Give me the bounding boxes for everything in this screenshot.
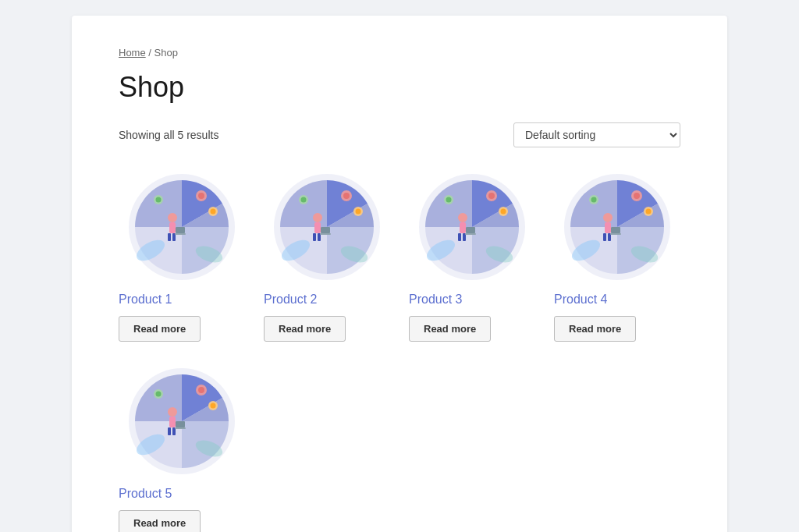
svg-point-63 [168, 407, 177, 417]
breadcrumb-separator: / [148, 47, 154, 59]
svg-rect-35 [458, 233, 461, 241]
products-grid-row1: Product 1 Read more Product 2 Read [119, 172, 680, 342]
product-card-2: Product 2 Read more [264, 172, 390, 342]
svg-point-59 [591, 197, 597, 203]
product-card-3: Product 3 Read more [409, 172, 535, 342]
read-more-button-2[interactable]: Read more [264, 316, 346, 342]
read-more-button-1[interactable]: Read more [119, 316, 201, 342]
svg-rect-19 [314, 222, 321, 233]
svg-point-70 [198, 387, 204, 393]
breadcrumb-home[interactable]: Home [119, 47, 146, 59]
product-image-wrap-1 [119, 172, 245, 282]
svg-point-48 [603, 213, 613, 222]
read-more-button-5[interactable]: Read more [119, 510, 201, 532]
svg-rect-49 [605, 222, 611, 233]
product-card-1: Product 1 Read more [119, 172, 245, 342]
product-card-4: Product 4 Read more [554, 172, 680, 342]
svg-point-25 [343, 193, 350, 199]
shop-toolbar: Showing all 5 results Default sortingSor… [119, 122, 680, 147]
products-grid-row2: Product 5 Read more [119, 367, 680, 532]
product-name-5[interactable]: Product 5 [119, 487, 172, 501]
svg-point-29 [301, 197, 307, 203]
svg-rect-67 [176, 421, 185, 427]
svg-rect-34 [460, 222, 466, 233]
svg-point-72 [211, 403, 216, 409]
product-image-wrap-4 [554, 172, 680, 282]
svg-point-12 [211, 209, 216, 215]
svg-point-55 [634, 193, 640, 199]
product-name-1[interactable]: Product 1 [119, 293, 172, 307]
svg-rect-5 [168, 233, 171, 241]
svg-rect-20 [313, 233, 316, 241]
product-name-3[interactable]: Product 3 [409, 293, 462, 307]
svg-rect-4 [169, 222, 176, 233]
svg-rect-38 [465, 233, 476, 235]
svg-point-42 [501, 209, 506, 215]
product-image-wrap-5 [119, 367, 245, 476]
read-more-button-4[interactable]: Read more [554, 316, 636, 342]
product-image-wrap-2 [264, 172, 390, 282]
svg-point-33 [458, 213, 467, 222]
breadcrumb-current: Shop [154, 47, 178, 59]
product-name-4[interactable]: Product 4 [554, 293, 607, 307]
svg-point-10 [198, 193, 204, 199]
read-more-button-3[interactable]: Read more [409, 316, 491, 342]
svg-rect-37 [466, 227, 475, 233]
svg-rect-22 [321, 227, 330, 233]
svg-rect-23 [320, 233, 331, 235]
svg-point-3 [168, 213, 177, 222]
svg-point-27 [356, 209, 361, 215]
svg-rect-53 [610, 233, 621, 235]
product-name-2[interactable]: Product 2 [264, 293, 317, 307]
product-image-wrap-3 [409, 172, 535, 282]
svg-rect-7 [176, 227, 185, 233]
svg-point-18 [313, 213, 322, 222]
sort-select[interactable]: Default sortingSort by popularitySort by… [513, 122, 680, 147]
svg-point-44 [446, 197, 452, 203]
results-count: Showing all 5 results [119, 129, 218, 141]
page-wrapper: Home / Shop Shop Showing all 5 results D… [72, 16, 727, 532]
product-card-5: Product 5 Read more [119, 367, 245, 532]
svg-rect-8 [175, 233, 186, 235]
svg-rect-64 [169, 417, 176, 427]
svg-point-14 [156, 197, 162, 203]
page-title: Shop [119, 71, 680, 104]
svg-rect-50 [603, 233, 606, 241]
svg-rect-65 [168, 427, 171, 435]
svg-point-74 [156, 392, 162, 397]
breadcrumb: Home / Shop [119, 47, 680, 59]
svg-point-57 [646, 209, 652, 215]
svg-point-40 [488, 193, 495, 199]
svg-rect-52 [611, 227, 620, 233]
svg-rect-68 [175, 427, 186, 429]
